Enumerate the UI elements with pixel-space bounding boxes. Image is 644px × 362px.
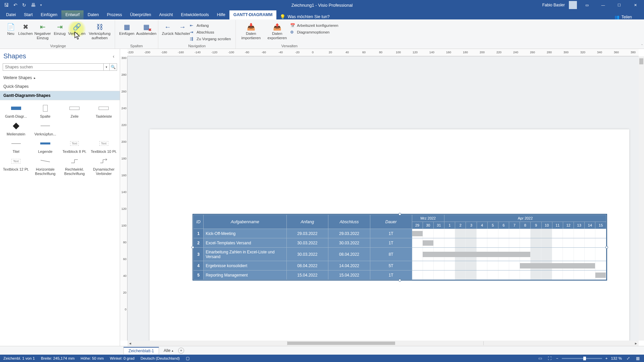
tell-me-search[interactable]: 💡 Was möchten Sie tun? <box>276 14 333 19</box>
gantt-cell-duration[interactable]: 1T <box>370 270 412 280</box>
gantt-cell-start[interactable]: 29.03.2022 <box>286 229 328 238</box>
outdent-button[interactable]: ⇤Negativer Einzug <box>33 21 52 41</box>
gantt-cell-name[interactable]: Excel-Templates Versand <box>204 238 286 248</box>
gantt-cell-id[interactable]: 4 <box>194 261 204 270</box>
shape-textblock-8[interactable]: TextTextblock 8 Pt. <box>60 139 89 154</box>
col-insert-button[interactable]: ▦Einfügen <box>117 21 137 37</box>
tab-ueberpruefen[interactable]: Überprüfen <box>126 10 155 19</box>
gantt-timeline-cell[interactable] <box>412 270 606 280</box>
ribbon-display-options-icon[interactable]: ▭ <box>581 0 593 10</box>
tab-hilfe[interactable]: Hilfe <box>213 10 229 19</box>
shape-link-line[interactable]: Verknüpfun... <box>31 121 60 136</box>
export-data-button[interactable]: 📤Daten exportieren <box>264 21 290 41</box>
undo-icon[interactable]: ↶ <box>13 2 17 8</box>
gantt-cell-end[interactable]: 14.04.2022 <box>328 261 370 270</box>
col-header-name[interactable]: Aufgabenname <box>204 215 286 229</box>
gantt-cell-duration[interactable]: 8T <box>370 248 412 261</box>
gantt-cell-duration[interactable]: 5T <box>370 261 412 270</box>
gantt-cell-start[interactable]: 15.04.2022 <box>286 270 328 280</box>
selection-handle-top[interactable] <box>398 213 401 216</box>
gantt-cell-id[interactable]: 3 <box>194 248 204 261</box>
more-shapes-link[interactable]: Weitere Shapes▸ <box>0 73 120 82</box>
zoom-slider[interactable] <box>562 358 602 359</box>
tab-datei[interactable]: Datei <box>2 10 20 19</box>
gantt-shapes-stencil[interactable]: Gantt-Diagramm-Shapes <box>0 91 120 100</box>
horizontal-scrollbar-thumb[interactable] <box>287 342 395 345</box>
col-header-id[interactable]: ID <box>194 215 204 229</box>
collapse-ribbon-icon[interactable]: ˇ <box>641 44 643 48</box>
zoom-level[interactable]: 132 % <box>611 356 622 360</box>
gantt-cell-id[interactable]: 5 <box>194 270 204 280</box>
gantt-cell-id[interactable]: 1 <box>194 229 204 238</box>
gantt-cell-end[interactable]: 15.04.2022 <box>328 270 370 280</box>
gantt-timeline-cell[interactable] <box>412 238 606 248</box>
add-page-icon[interactable]: + <box>178 348 184 354</box>
col-header-dauer[interactable]: Dauer <box>370 215 412 229</box>
gantt-bar[interactable] <box>595 273 606 278</box>
nav-scroll-to-task-button[interactable]: ⇶Zu Vorgang scrollen <box>190 36 233 42</box>
presentation-mode-icon[interactable]: ▭ <box>537 355 543 361</box>
shapes-search-input[interactable] <box>3 63 104 71</box>
vertical-scrollbar-thumb[interactable] <box>639 58 643 64</box>
chart-options-button[interactable]: ⚙Diagrammoptionen <box>290 29 341 36</box>
selection-handle-left[interactable] <box>192 246 194 249</box>
scroll-left-icon[interactable]: ◄ <box>127 342 133 345</box>
sheet-tab-1[interactable]: Zeichenblatt-1 <box>123 347 159 354</box>
drawing-page[interactable]: ID Aufgabenname Anfang Abschluss Dauer M… <box>150 129 629 346</box>
task-delete-button[interactable]: ✖Löschen <box>18 21 33 37</box>
gantt-timeline-cell[interactable] <box>412 229 606 238</box>
gantt-cell-duration[interactable]: 1T <box>370 238 412 248</box>
zoom-slider-thumb[interactable] <box>583 357 586 360</box>
task-new-button[interactable]: 📄Neu <box>3 21 18 37</box>
working-time-button[interactable]: 📅Arbeitszeit konfigurieren <box>290 22 341 29</box>
redo-icon[interactable]: ↻ <box>22 2 26 8</box>
maximize-icon[interactable]: ☐ <box>613 0 625 10</box>
search-go-icon[interactable]: 🔍 <box>110 63 117 71</box>
zoom-out-icon[interactable]: − <box>556 356 558 360</box>
qat-customize-icon[interactable]: ▾ <box>40 3 42 7</box>
indent-button[interactable]: ⇥Einzug <box>52 21 67 37</box>
search-dropdown-icon[interactable]: ▾ <box>104 63 110 71</box>
tab-ansicht[interactable]: Ansicht <box>155 10 177 19</box>
shape-column[interactable]: Spalte <box>31 104 60 119</box>
shape-gantt-frame[interactable]: Gantt-Diagr... <box>1 104 31 119</box>
vertical-scrollbar[interactable] <box>639 56 644 341</box>
gantt-bar[interactable] <box>412 231 423 236</box>
fit-page-icon[interactable]: ⛶ <box>547 355 553 361</box>
status-language[interactable]: Deutsch (Deutschland) <box>141 356 180 360</box>
gantt-cell-start[interactable]: 08.04.2022 <box>286 261 328 270</box>
selection-handle-bottom[interactable] <box>398 279 401 282</box>
close-icon[interactable]: ✕ <box>629 0 641 10</box>
nav-next-button[interactable]: →Nächster <box>175 21 190 37</box>
avatar[interactable] <box>569 1 577 9</box>
gantt-bar[interactable] <box>520 263 595 268</box>
user-name[interactable]: Fabio Basler <box>542 3 565 7</box>
macro-recorder-icon[interactable]: ▢ <box>186 356 190 361</box>
shape-right-angle-callout[interactable]: Rechtwinkl. Beschriftung <box>60 157 89 176</box>
table-row[interactable]: 3Einarbeitung Zahlen in Excel-Liste und … <box>194 248 606 261</box>
tab-gantt-diagramm[interactable]: GANTT-DIAGRAMM <box>229 10 277 19</box>
minimize-icon[interactable]: — <box>597 0 609 10</box>
col-header-anfang[interactable]: Anfang <box>286 215 328 229</box>
shape-horiz-callout[interactable]: Horizontale Beschriftung <box>31 157 60 176</box>
gantt-cell-start[interactable]: 30.03.2022 <box>286 238 328 248</box>
gantt-cell-id[interactable]: 2 <box>194 238 204 248</box>
selection-handle-right[interactable] <box>605 246 608 249</box>
gantt-cell-end[interactable]: 29.03.2022 <box>328 229 370 238</box>
horizontal-scrollbar[interactable]: ◄ ► <box>127 341 639 346</box>
table-row[interactable]: 1Kick-Off-Meeting29.03.202229.03.20221T <box>194 229 606 238</box>
gantt-bar[interactable] <box>423 240 433 246</box>
shape-milestone[interactable]: Meilenstein <box>1 121 31 136</box>
shape-legend[interactable]: Legende <box>31 139 60 154</box>
unlink-tasks-button[interactable]: ⛓Verknüpfung aufheben <box>87 21 113 41</box>
fit-window-icon[interactable]: ⤢ <box>625 355 631 361</box>
gantt-cell-name[interactable]: Reporting Management <box>204 270 286 280</box>
collapse-shapes-panel-icon[interactable]: ‹ <box>113 54 114 59</box>
link-tasks-button[interactable]: 🔗Verkn...en <box>67 21 87 37</box>
tab-einfuegen[interactable]: Einfügen <box>37 10 61 19</box>
nav-back-button[interactable]: ←Zurück <box>160 21 175 37</box>
col-hide-button[interactable]: ▦✖Ausblenden <box>137 21 156 37</box>
shape-taskbar[interactable]: Taskleiste <box>89 104 118 119</box>
nav-end-button[interactable]: ⇥Abschluss <box>190 29 233 36</box>
tab-entwicklertools[interactable]: Entwicklertools <box>177 10 213 19</box>
